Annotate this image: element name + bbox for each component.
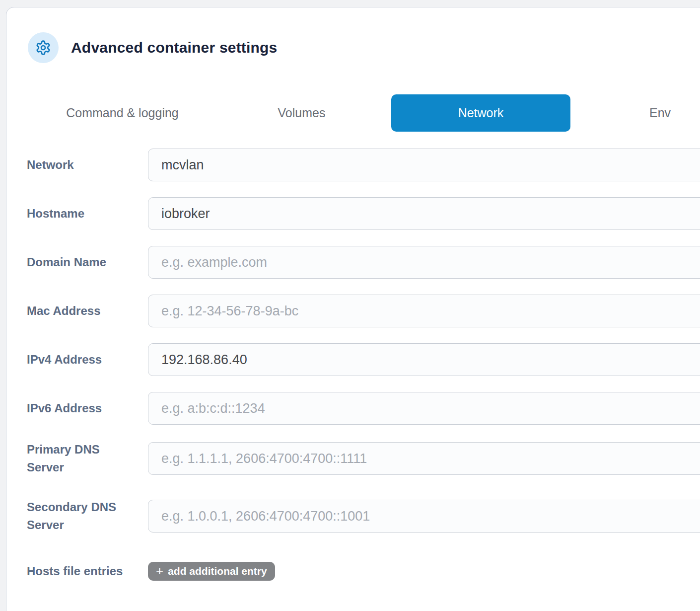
add-additional-entry-label: add additional entry [168,565,267,577]
network-settings-form: Network Hostname Domain Name Mac Address… [27,149,700,581]
hostname-field-row: Hostname [27,197,700,230]
ipv6-address-field-row: IPv6 Address [27,392,700,425]
network-field-label: Network [27,156,148,174]
panel-title: Advanced container settings [71,39,278,56]
advanced-container-settings-panel: Advanced container settings Command & lo… [6,7,700,611]
hostname-field-label: Hostname [27,205,148,223]
settings-gear-icon [28,32,59,63]
settings-tabs: Command & logging Volumes Network Env [33,94,700,132]
primary-dns-input[interactable] [148,442,700,475]
tab-command-logging[interactable]: Command & logging [33,94,212,132]
secondary-dns-field-row: Secondary DNS Server [27,498,700,534]
domain-name-field-row: Domain Name [27,246,700,279]
ipv4-address-field-row: IPv4 Address [27,343,700,376]
ipv6-address-input[interactable] [148,392,700,425]
secondary-dns-input[interactable] [148,500,700,533]
network-field-row: Network [27,149,700,181]
hosts-file-entries-label: Hosts file entries [27,562,148,580]
domain-name-field-label: Domain Name [27,253,148,271]
secondary-dns-field-label: Secondary DNS Server [27,498,148,534]
tab-env[interactable]: Env [570,94,700,132]
mac-address-input[interactable] [148,295,700,327]
ipv4-address-input[interactable] [148,343,700,376]
ipv6-address-field-label: IPv6 Address [27,399,148,417]
plus-icon: + [156,564,163,577]
panel-header: Advanced container settings [28,32,700,63]
tab-network[interactable]: Network [391,94,570,132]
ipv4-address-field-label: IPv4 Address [27,351,148,369]
domain-name-input[interactable] [148,246,700,279]
tab-volumes[interactable]: Volumes [212,94,391,132]
mac-address-field-label: Mac Address [27,302,148,320]
hosts-file-entries-row: Hosts file entries + add additional entr… [27,562,700,581]
mac-address-field-row: Mac Address [27,295,700,327]
page-background: Advanced container settings Command & lo… [0,0,700,611]
hostname-input[interactable] [148,197,700,230]
primary-dns-field-row: Primary DNS Server [27,441,700,476]
primary-dns-field-label: Primary DNS Server [27,441,148,476]
add-additional-entry-button[interactable]: + add additional entry [148,562,275,581]
network-input[interactable] [148,149,700,181]
